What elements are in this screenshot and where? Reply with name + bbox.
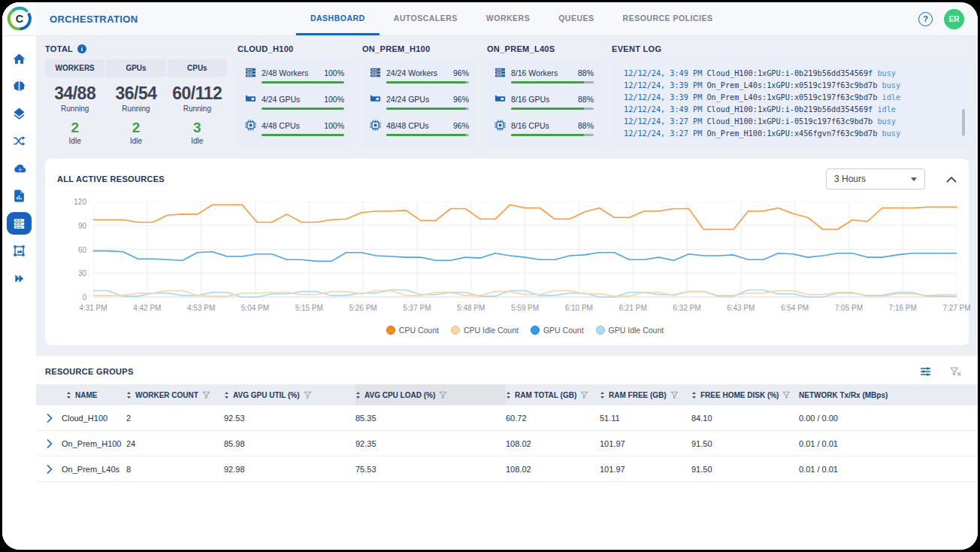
chart-y-axis: 0306090120 — [57, 202, 93, 299]
column-label: WORKER COUNT — [135, 391, 198, 399]
cell-value: 0.00 / 0.00 — [799, 414, 978, 423]
cluster-card-on_prem_h100: ON_PREM_H10024/24 Workers96%24/24 GPUs96… — [362, 44, 476, 148]
table-row-on_prem_h100[interactable]: On_Prem_H1002485.9892.35108.02101.9791.5… — [36, 431, 978, 456]
expand-row-button[interactable] — [47, 465, 53, 474]
avatar[interactable]: ER — [944, 9, 964, 29]
event-log-scrollbar[interactable] — [962, 109, 965, 136]
total-column: 34/88Running2Idle — [45, 77, 104, 145]
info-icon[interactable]: i — [77, 44, 86, 53]
cluster-metric-row: 4/48 CPUs100% — [245, 120, 344, 136]
idle-value: 2 — [45, 120, 104, 136]
table-row-cloud_h100[interactable]: Cloud_H100292.5385.3560.7251.1184.100.00… — [36, 405, 978, 431]
y-tick-label: 120 — [74, 198, 86, 206]
event-time: 12/12/24, 3:49 PM — [624, 105, 702, 114]
legend-label: CPU Idle Count — [464, 326, 519, 335]
column-header-worker-count[interactable]: WORKER COUNT — [126, 384, 224, 405]
cell-value: 60.72 — [506, 414, 600, 423]
y-tick-label: 30 — [78, 269, 86, 278]
event-status: busy — [882, 81, 901, 89]
column-header-ram-free-gb-[interactable]: RAM FREE (GB) — [600, 384, 691, 405]
filter-button[interactable] — [580, 391, 588, 399]
event-log-entry: 12/12/24, 3:39 PM On_Prem_L40s:1xGPU:x05… — [624, 80, 957, 92]
progress-bar — [511, 108, 594, 110]
column-header-avg-gpu-util-[interactable]: AVG GPU UTIL (%) — [224, 384, 355, 405]
column-settings-button[interactable] — [919, 365, 932, 378]
app-logo[interactable]: C — [2, 2, 36, 35]
filter-button[interactable] — [304, 391, 312, 399]
column-header-name[interactable]: NAME — [36, 384, 126, 405]
x-tick-label: 4:53 PM — [187, 304, 215, 312]
metric-percent: 100% — [324, 121, 344, 130]
tab-autoscalers[interactable]: AUTOSCALERS — [380, 2, 472, 35]
filter-button[interactable] — [202, 391, 210, 399]
sidebar-item-cloud[interactable] — [7, 157, 32, 180]
cell-value: 0.01 / 0.01 — [799, 439, 978, 448]
expand-row-button[interactable] — [47, 439, 53, 448]
metric-label: 48/48 CPUs — [386, 121, 448, 130]
column-header-free-home-disk-[interactable]: FREE HOME DISK (%) — [691, 384, 799, 405]
sidebar-item-reports[interactable] — [7, 185, 32, 208]
filter-button[interactable] — [439, 391, 447, 399]
progress-bar — [386, 81, 469, 83]
filter-icon — [202, 391, 210, 399]
column-label: RAM TOTAL (GB) — [515, 391, 576, 399]
cell-value: 91.50 — [691, 439, 799, 448]
sidebar-item-home[interactable] — [7, 47, 32, 70]
tab-workers[interactable]: WORKERS — [472, 2, 544, 35]
legend-item-gpu-count[interactable]: GPU Count — [531, 326, 584, 335]
metric-label: 24/24 Workers — [386, 68, 448, 77]
column-header-avg-cpu-load-[interactable]: AVG CPU LOAD (%) — [355, 384, 506, 405]
legend-item-gpu-idle-count[interactable]: GPU Idle Count — [596, 326, 664, 335]
cell-value: 101.97 — [600, 439, 691, 448]
sidebar-item-models[interactable] — [7, 75, 32, 98]
column-label: NETWORK Tx/Rx (MBps) — [799, 391, 888, 399]
tab-resource-policies[interactable]: RESOURCE POLICIES — [609, 2, 727, 35]
tab-dashboard[interactable]: DASHBOARD — [296, 2, 380, 35]
table-row-on_prem_l40s[interactable]: On_Prem_L40s892.9875.53108.02101.9791.50… — [36, 456, 978, 482]
metric-percent: 96% — [453, 68, 469, 77]
progress-bar — [511, 81, 594, 83]
chart-legend: CPU CountCPU Idle CountGPU CountGPU Idle… — [93, 315, 957, 342]
chart-x-axis: 4:31 PM4:42 PM4:53 PM5:04 PM5:15 PM5:26 … — [93, 304, 957, 315]
idle-label: Idle — [106, 137, 165, 145]
help-icon[interactable]: ? — [918, 12, 933, 26]
collapse-section-button[interactable] — [946, 176, 957, 183]
cluster-metric-row: 8/16 GPUs88% — [495, 93, 594, 110]
column-header-ram-total-gb-[interactable]: RAM TOTAL (GB) — [506, 384, 600, 405]
legend-dot — [451, 326, 460, 335]
x-tick-label: 5:04 PM — [241, 304, 269, 312]
sort-icon — [66, 391, 71, 399]
sidebar-item-annotation[interactable] — [7, 240, 32, 262]
expand-row-button[interactable] — [47, 414, 53, 423]
x-tick-label: 5:37 PM — [403, 304, 431, 312]
tab-queues[interactable]: QUEUES — [544, 2, 608, 35]
app-window: C ORCHESTRATION DASHBOARDAUTOSCALERSWORK… — [0, 0, 980, 552]
cluster-metric-row: 8/16 Workers88% — [495, 67, 594, 83]
sort-icon — [506, 391, 511, 399]
x-tick-label: 6:21 PM — [619, 304, 647, 312]
sidebar-item-layers[interactable] — [7, 102, 32, 125]
x-tick-label: 6:43 PM — [727, 304, 755, 312]
time-range-value: 3 Hours — [834, 174, 866, 184]
metric-percent: 88% — [578, 121, 594, 130]
legend-item-cpu-count[interactable]: CPU Count — [386, 326, 439, 335]
event-status: busy — [882, 129, 901, 138]
metric-label: 8/16 Workers — [511, 68, 573, 77]
metric-percent: 96% — [453, 95, 469, 104]
total-column-header: WORKERS — [45, 59, 104, 77]
event-log-title: EVENT LOG — [612, 44, 661, 53]
event-message: On_Prem_H100:1xGPU:x456fgvn7f63c9bd7b — [706, 129, 877, 138]
filter-button[interactable] — [670, 391, 679, 399]
time-range-dropdown[interactable]: 3 Hours — [826, 168, 925, 190]
clear-filters-button[interactable] — [950, 367, 961, 377]
sidebar-item-pipelines[interactable] — [7, 130, 32, 153]
cell-value: 85.98 — [224, 439, 355, 448]
report-doc-icon — [12, 189, 26, 203]
legend-item-cpu-idle-count[interactable]: CPU Idle Count — [451, 326, 519, 335]
legend-label: GPU Idle Count — [609, 326, 664, 335]
filter-button[interactable] — [782, 391, 791, 399]
sidebar-item-collapse[interactable] — [7, 267, 32, 290]
y-tick-label: 90 — [78, 221, 86, 229]
line-chart[interactable]: 0306090120 — [57, 202, 957, 299]
sidebar-item-orchestration[interactable] — [7, 212, 32, 235]
